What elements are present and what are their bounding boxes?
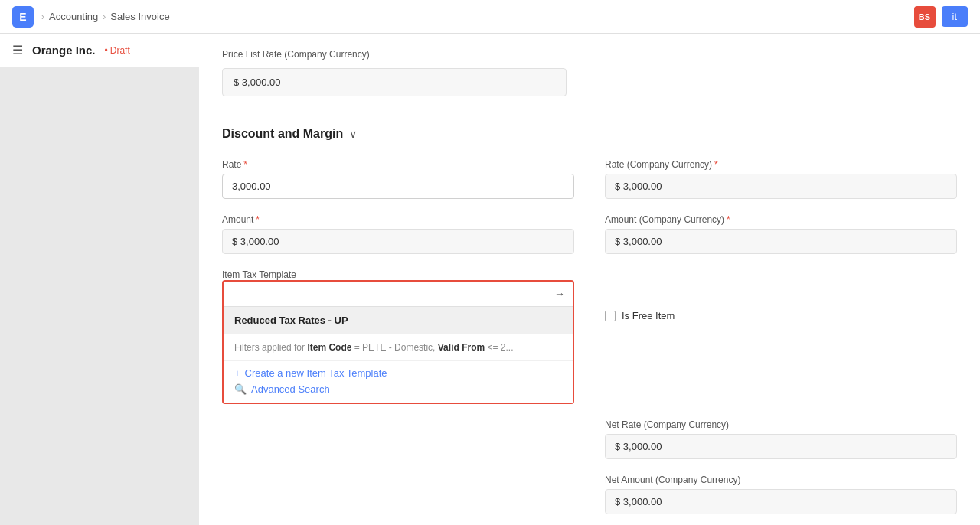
filter-rest: <= 2...: [487, 342, 513, 353]
net-rate-company-label: Net Rate (Company Currency): [605, 419, 957, 430]
create-new-link[interactable]: + Create a new Item Tax Template: [234, 367, 562, 379]
advanced-search-label: Advanced Search: [251, 383, 330, 395]
company-name: Orange Inc.: [32, 44, 96, 57]
net-amount-company-value: $ 3,000.00: [605, 489, 957, 514]
is-free-item-field: Is Free Item: [605, 269, 957, 404]
item-tax-dropdown[interactable]: → Reduced Tax Rates - UP Filters applied…: [222, 280, 574, 404]
breadcrumb: › Accounting › Sales Invoice: [41, 11, 170, 22]
submit-button[interactable]: it: [942, 6, 969, 27]
rate-label: Rate *: [222, 159, 574, 170]
create-label: Create a new Item Tax Template: [245, 367, 387, 379]
filter-highlight2: Valid From: [438, 342, 485, 353]
amount-field: Amount * $ 3,000.00: [222, 214, 574, 254]
filter-prefix: Filters applied for: [234, 342, 305, 353]
advanced-search-link[interactable]: 🔍 Advanced Search: [234, 383, 562, 395]
spacer-left-2: [222, 474, 574, 514]
rate-company-value: $ 3,000.00: [605, 174, 957, 199]
breadcrumb-sales-invoice[interactable]: Sales Invoice: [110, 11, 169, 22]
rate-company-field: Rate (Company Currency) * $ 3,000.00: [605, 159, 957, 199]
is-free-item-label: Is Free Item: [622, 310, 675, 321]
item-tax-input[interactable]: [224, 282, 547, 306]
net-rate-company-value: $ 3,000.00: [605, 434, 957, 459]
sub-nav: ☰ Orange Inc. • Draft: [0, 34, 199, 67]
amount-company-value: $ 3,000.00: [605, 229, 957, 254]
rate-company-label: Rate (Company Currency) *: [605, 159, 957, 170]
discount-section-header[interactable]: Discount and Margin ∨: [222, 127, 957, 141]
dropdown-result-item[interactable]: Reduced Tax Rates - UP: [224, 307, 573, 334]
status-label: Draft: [110, 45, 130, 56]
price-list-rate-value: $ 3,000.00: [222, 68, 567, 96]
rate-field: Rate *: [222, 159, 574, 199]
content-area: Price List Rate (Company Currency) $ 3,0…: [199, 34, 980, 525]
breadcrumb-sep2: ›: [103, 11, 106, 22]
amount-company-required: *: [727, 214, 730, 225]
filter-highlight1: Item Code: [307, 342, 351, 353]
breadcrumb-accounting[interactable]: Accounting: [49, 11, 98, 22]
amount-value: $ 3,000.00: [222, 229, 574, 254]
item-tax-template-field: Item Tax Template → Reduced Tax Rates - …: [222, 269, 574, 404]
filter-equal1: = PETE - Domestic,: [354, 342, 438, 353]
item-tax-label: Item Tax Template: [222, 269, 574, 280]
net-amount-company-label: Net Amount (Company Currency): [605, 474, 957, 485]
amount-company-label: Amount (Company Currency) *: [605, 214, 957, 225]
net-rate-company-field: Net Rate (Company Currency) $ 3,000.00: [605, 419, 957, 459]
net-amount-company-field: Net Amount (Company Currency) $ 3,000.00: [605, 474, 957, 514]
amount-label: Amount *: [222, 214, 574, 225]
is-free-item-checkbox[interactable]: [605, 311, 616, 321]
dropdown-list: Reduced Tax Rates - UP Filters applied f…: [224, 306, 573, 403]
left-sidebar: ☰ Orange Inc. • Draft: [0, 34, 199, 525]
dropdown-actions: + Create a new Item Tax Template 🔍 Advan…: [224, 360, 573, 403]
price-list-rate-label: Price List Rate (Company Currency): [222, 49, 567, 60]
top-nav: E › Accounting › Sales Invoice BS it: [0, 0, 980, 34]
dropdown-arrow-button[interactable]: →: [547, 282, 573, 306]
amount-required: *: [256, 214, 260, 225]
amount-company-field: Amount (Company Currency) * $ 3,000.00: [605, 214, 957, 254]
user-avatar: BS: [914, 6, 936, 28]
is-free-item-row: Is Free Item: [605, 289, 957, 321]
price-list-rate-field: Price List Rate (Company Currency) $ 3,0…: [222, 49, 567, 112]
search-icon: 🔍: [234, 383, 247, 395]
discount-section-title: Discount and Margin: [222, 127, 343, 141]
form-grid: Rate * Rate (Company Currency) * $ 3,000…: [222, 159, 957, 525]
dropdown-filter-text: Filters applied for Item Code = PETE - D…: [224, 334, 573, 360]
rate-input[interactable]: [222, 174, 574, 199]
create-icon: +: [234, 367, 240, 379]
spacer-left: [222, 419, 574, 459]
rate-company-required: *: [714, 159, 718, 170]
nav-right: BS it: [914, 6, 969, 28]
hamburger-icon[interactable]: ☰: [12, 43, 23, 57]
breadcrumb-sep1: ›: [41, 11, 44, 22]
app-icon[interactable]: E: [12, 6, 34, 28]
chevron-down-icon: ∨: [349, 128, 357, 140]
rate-required: *: [243, 159, 247, 170]
status-badge: • Draft: [105, 45, 130, 56]
status-dot: •: [105, 45, 108, 56]
dropdown-input-row: →: [224, 282, 573, 306]
main-layout: ☰ Orange Inc. • Draft Price List Rate (C…: [0, 34, 980, 525]
